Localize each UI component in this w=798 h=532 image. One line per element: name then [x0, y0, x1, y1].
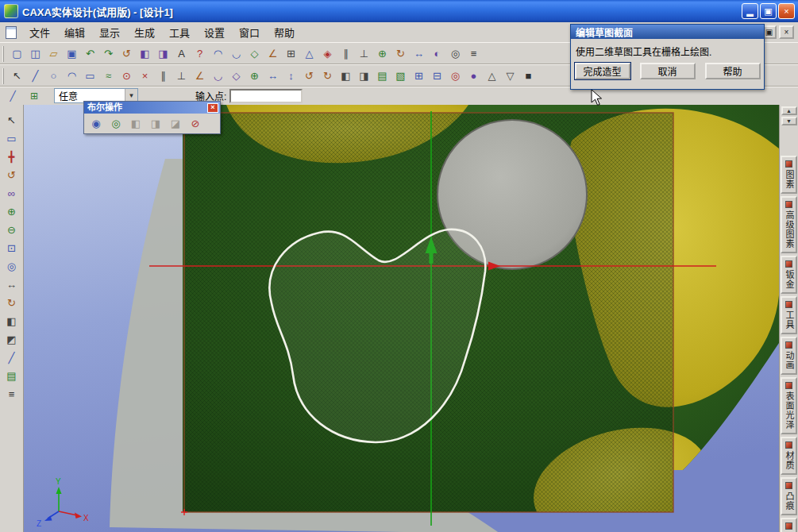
grid-toggle-icon[interactable]: ⊞ — [25, 88, 43, 103]
bool-union-icon[interactable]: ◉ — [87, 115, 106, 131]
rotate-cw-icon[interactable]: ↻ — [318, 67, 337, 85]
document-icon[interactable] — [6, 26, 17, 39]
menu-item[interactable]: 帮助 — [267, 22, 302, 42]
solid-tool-icon[interactable]: ■ — [519, 67, 538, 85]
move-icon[interactable]: ╋ — [2, 148, 21, 165]
close-icon[interactable]: × — [207, 103, 218, 113]
scroll-up-icon[interactable]: ▲ — [781, 106, 797, 115]
spline-tool-icon[interactable]: ≈ — [99, 67, 118, 85]
tab-color[interactable]: 颜色 — [781, 518, 797, 532]
offset-tool-icon[interactable]: ⊕ — [245, 67, 264, 85]
help-button[interactable]: 帮助 — [705, 63, 761, 79]
layers-icon[interactable]: ▤ — [2, 367, 21, 384]
shade-mode-icon[interactable]: ◐ — [428, 45, 446, 63]
render-icon[interactable]: ◈ — [318, 45, 337, 63]
view-front-icon[interactable]: ◧ — [2, 312, 21, 330]
select-arrow-icon[interactable]: ↖ — [2, 111, 21, 129]
circle-tool-icon[interactable]: ○ — [44, 67, 63, 85]
open-icon[interactable]: ▱ — [44, 45, 63, 63]
help-pointer-icon[interactable]: ? — [191, 45, 209, 63]
options-icon[interactable]: ≡ — [465, 45, 483, 63]
target-tool-icon[interactable]: ◎ — [446, 67, 465, 85]
copy-icon[interactable]: ◧ — [136, 45, 154, 63]
sketch-profile-icon[interactable]: ◇ — [245, 45, 264, 63]
boolean-toolbar-titlebar[interactable]: 布尔操作 × — [84, 102, 220, 114]
constraint-icon[interactable]: ∞ — [2, 184, 21, 202]
font-icon[interactable]: A — [172, 45, 191, 63]
pan-view-icon[interactable]: ↔ — [410, 45, 428, 63]
save-icon[interactable]: ▣ — [63, 45, 81, 63]
hatch-tool-icon[interactable]: ▤ — [373, 67, 391, 85]
zoom-all-icon[interactable]: ◎ — [2, 257, 21, 275]
move-down-icon[interactable]: ▽ — [501, 67, 519, 85]
view-icon[interactable]: △ — [300, 45, 318, 63]
orbit-icon[interactable]: ↻ — [2, 294, 21, 311]
properties-icon[interactable]: ≡ — [2, 385, 21, 403]
rotate-ccw-icon[interactable]: ↺ — [300, 67, 318, 85]
mdi-close-button[interactable]: × — [779, 25, 794, 39]
restore-button[interactable]: ▣ — [760, 3, 777, 19]
view-iso-icon[interactable]: ◩ — [2, 330, 21, 348]
move-up-icon[interactable]: △ — [483, 67, 501, 85]
tab-tools[interactable]: 工具 — [781, 296, 797, 334]
perp-constraint-icon[interactable]: ⊥ — [172, 67, 191, 85]
tab-animation[interactable]: 动画 — [781, 337, 797, 375]
mirror-v-icon[interactable]: ↕ — [282, 67, 300, 85]
rect-tool-icon[interactable]: ▭ — [81, 67, 99, 85]
menu-item[interactable]: 编辑 — [57, 22, 92, 42]
rotate-icon[interactable]: ↺ — [2, 166, 21, 183]
sketch-curve-icon[interactable]: ◠ — [209, 45, 227, 63]
tab-material[interactable]: 材质 — [781, 437, 797, 475]
perpendicular-icon[interactable]: ⊥ — [355, 45, 373, 63]
fill-tool-icon[interactable]: ● — [465, 67, 483, 85]
sketch-toggle-icon[interactable]: ╱ — [4, 88, 21, 103]
tab-primitives[interactable]: 图素 — [781, 156, 797, 194]
chamfer-tool-icon[interactable]: ◇ — [227, 67, 245, 85]
parallel-constraint-icon[interactable]: ∥ — [154, 67, 172, 85]
rotate-view-icon[interactable]: ↻ — [391, 45, 410, 63]
line-tool-icon[interactable]: ╱ — [26, 67, 44, 85]
window-titlebar[interactable]: CAXA实体设计(试用版) - [设计1] ▂ ▣ × — [0, 0, 798, 22]
bool-subtract-icon[interactable]: ◧ — [126, 115, 145, 131]
bool-split-icon[interactable]: ◪ — [166, 115, 185, 131]
toolbar-handle[interactable] — [2, 46, 5, 62]
point-input[interactable] — [229, 89, 303, 103]
angle-dim-icon[interactable]: ∠ — [191, 67, 209, 85]
point-tool-icon[interactable]: ⊙ — [118, 67, 136, 85]
paste-icon[interactable]: ◨ — [154, 45, 172, 63]
menu-item[interactable]: 设置 — [197, 22, 232, 42]
cancel-button[interactable]: 取消 — [640, 63, 696, 79]
finish-shape-button[interactable]: 完成造型 — [575, 63, 630, 79]
arc-tool-icon[interactable]: ◠ — [63, 67, 81, 85]
menu-item[interactable]: 工具 — [162, 22, 197, 42]
wireframe-mode-icon[interactable]: ◎ — [446, 45, 465, 63]
dialog-titlebar[interactable]: 编辑草图截面 — [571, 25, 764, 39]
zoom-window-icon[interactable]: ⊡ — [2, 239, 21, 256]
subtract-tool-icon[interactable]: ⊟ — [428, 67, 446, 85]
bool-intersect-icon[interactable]: ◨ — [146, 115, 165, 131]
sketch-arc-icon[interactable]: ◡ — [227, 45, 245, 63]
minimize-button[interactable]: ▂ — [742, 3, 758, 19]
new-template-icon[interactable]: ◫ — [26, 45, 44, 63]
redo-icon[interactable]: ↷ — [99, 45, 118, 63]
sketch-2d-icon[interactable]: ╱ — [2, 349, 21, 366]
edit-sketch-dialog[interactable]: 编辑草图截面 使用二维草图工具在栅格上绘图. 完成造型 取消 帮助 — [570, 24, 765, 90]
boolean-toolbar[interactable]: 布尔操作 × ◉◎◧◨◪⊘ — [83, 101, 221, 134]
pattern-tool-icon[interactable]: ▧ — [391, 67, 410, 85]
pan-icon[interactable]: ↔ — [2, 276, 21, 293]
erase-tool-icon[interactable]: × — [136, 67, 154, 85]
box-select-icon[interactable]: ▭ — [2, 129, 21, 147]
bool-trim-icon[interactable]: ⊘ — [186, 115, 205, 131]
toolbar-handle[interactable] — [2, 68, 5, 84]
array-tool-icon[interactable]: ⊞ — [410, 67, 428, 85]
viewport-canvas[interactable]: Y X Z — [24, 105, 779, 532]
scroll-down-icon[interactable]: ▼ — [781, 117, 797, 125]
tab-surface-finish[interactable]: 表面光泽 — [781, 377, 797, 434]
refresh-icon[interactable]: ↺ — [118, 45, 136, 63]
new-icon[interactable]: ▢ — [8, 45, 26, 63]
menu-item[interactable]: 文件 — [22, 22, 57, 42]
menu-item[interactable]: 生成 — [127, 22, 162, 42]
tab-sheet-metal[interactable]: 钣金 — [781, 256, 797, 294]
select-icon[interactable]: ↖ — [8, 67, 26, 85]
tab-bump[interactable]: 凸痕 — [781, 477, 797, 515]
